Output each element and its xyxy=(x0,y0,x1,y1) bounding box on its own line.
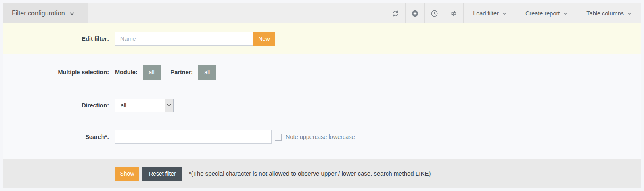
filter-configuration-panel: Filter configuration xyxy=(3,3,641,188)
search-row: Search*: Note uppercase lowercase xyxy=(3,120,641,159)
add-button[interactable] xyxy=(405,3,424,23)
partner-label: Partner: xyxy=(171,69,193,76)
plus-circle-icon xyxy=(412,10,418,17)
multiple-selection-label: Multiple selection: xyxy=(3,69,109,76)
load-filter-label: Load filter xyxy=(473,10,499,17)
search-label: Search*: xyxy=(3,134,109,140)
new-filter-button[interactable]: New xyxy=(253,32,275,46)
repeat-button[interactable] xyxy=(444,3,463,23)
chevron-down-icon xyxy=(69,12,75,15)
reset-filter-button[interactable]: Reset filter xyxy=(142,167,182,181)
show-button[interactable]: Show xyxy=(115,167,139,181)
edit-filter-row: Edit filter: New xyxy=(3,23,641,54)
header-toolbar: Load filter Create report Table columns xyxy=(386,3,641,23)
filter-configuration-toggle[interactable]: Filter configuration xyxy=(3,3,88,23)
refresh-button[interactable] xyxy=(386,3,405,23)
module-all-button[interactable]: all xyxy=(143,65,161,80)
edit-filter-label: Edit filter: xyxy=(3,36,109,42)
module-label: Module: xyxy=(115,69,138,76)
direction-label: Direction: xyxy=(3,102,109,109)
partner-all-button[interactable]: all xyxy=(198,65,216,80)
repeat-icon xyxy=(450,10,458,17)
direction-selected-value: all xyxy=(115,102,165,109)
clock-icon xyxy=(431,10,438,17)
refresh-icon xyxy=(392,10,399,17)
table-columns-label: Table columns xyxy=(586,10,624,17)
filter-form-body: Multiple selection: Module: all Partner:… xyxy=(3,54,641,159)
chevron-down-icon xyxy=(502,12,506,15)
case-sensitive-checkbox[interactable] xyxy=(275,134,282,141)
search-input[interactable] xyxy=(115,130,272,144)
direction-row: Direction: all xyxy=(3,90,641,120)
create-report-menu[interactable]: Create report xyxy=(516,3,577,23)
create-report-label: Create report xyxy=(525,10,560,17)
case-sensitive-checkbox-label: Note uppercase lowercase xyxy=(286,134,355,140)
direction-select[interactable]: all xyxy=(115,99,174,112)
chevron-down-icon xyxy=(627,12,631,15)
multiple-selection-row: Multiple selection: Module: all Partner:… xyxy=(3,54,641,90)
panel-title: Filter configuration xyxy=(12,10,65,17)
table-columns-menu[interactable]: Table columns xyxy=(577,3,641,23)
search-hint-note: *(The special character is not allowed t… xyxy=(189,170,431,177)
load-filter-menu[interactable]: Load filter xyxy=(463,3,516,23)
history-button[interactable] xyxy=(424,3,444,23)
panel-header: Filter configuration xyxy=(3,3,641,23)
chevron-down-icon xyxy=(165,99,173,112)
chevron-down-icon xyxy=(563,12,567,15)
panel-footer: Show Reset filter *(The special characte… xyxy=(3,159,641,188)
filter-name-input[interactable] xyxy=(115,32,253,46)
